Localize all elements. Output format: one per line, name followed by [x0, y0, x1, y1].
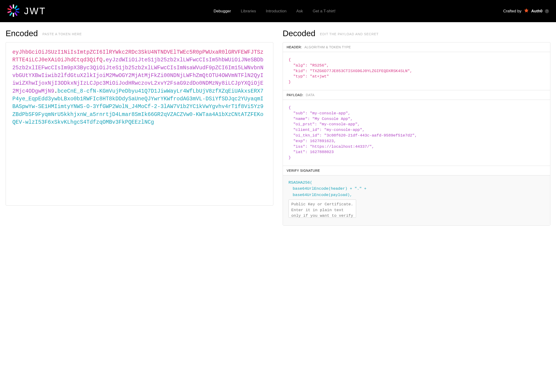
nav-tshirt[interactable]: Get a T-shirt!: [313, 9, 336, 14]
crafted-by: Crafted by Auth0 ?: [503, 8, 549, 14]
main-content: Encoded PASTE A TOKEN HERE eyJhbGciOiJSU…: [0, 22, 556, 226]
svg-rect-1: [14, 5, 17, 9]
payload-section-hint: DATA: [306, 93, 314, 97]
nav-introduction[interactable]: Introduction: [266, 9, 287, 14]
verify-line-1: RSASHA256(: [288, 180, 545, 186]
verify-line-2: base64UrlEncode(header) + "." +: [293, 186, 545, 192]
verify-section-label: VERIFY SIGNATURE: [287, 169, 320, 172]
public-key-input[interactable]: [288, 199, 356, 218]
svg-rect-3: [15, 11, 19, 13]
main-nav: Debugger Libraries Introduction Ask Get …: [46, 9, 503, 14]
encoded-title-text: Encoded: [6, 29, 38, 38]
header-json-body[interactable]: { "alg": "RS256", "kid": "TXZG6D77JE853C…: [283, 52, 550, 90]
help-icon[interactable]: ?: [545, 9, 549, 13]
decoded-subtitle: EDIT THE PAYLOAD AND SECRET: [320, 32, 379, 36]
svg-rect-9: [9, 5, 13, 9]
svg-rect-6: [9, 12, 13, 16]
encoded-subtitle: PASTE A TOKEN HERE: [42, 32, 82, 36]
token-dot-1: .: [102, 57, 106, 63]
header-json-text: { "alg": "RS256", "kid": "TXZG6D77JE853C…: [288, 57, 545, 85]
header-section-hint: ALGORITHM & TOKEN TYPE: [304, 45, 351, 49]
encoded-column: Encoded PASTE A TOKEN HERE eyJhbGciOiJSU…: [6, 29, 273, 226]
svg-rect-8: [8, 8, 11, 10]
verify-section-head: VERIFY SIGNATURE: [283, 166, 550, 175]
svg-rect-0: [13, 4, 14, 8]
pinwheel-icon: [7, 4, 20, 18]
payload-json-body[interactable]: { "sub": "my-console-app", "name": "My C…: [283, 100, 550, 166]
decoded-title-text: Decoded: [283, 29, 315, 38]
verify-signature-body: RSASHA256( base64UrlEncode(header) + "."…: [283, 175, 550, 225]
logo-area: JWT: [7, 4, 46, 18]
payload-json-text: { "sub": "my-console-app", "name": "My C…: [288, 105, 545, 161]
payload-section-label: PAYLOAD:: [287, 93, 303, 97]
svg-rect-4: [14, 12, 17, 16]
svg-rect-2: [15, 8, 19, 10]
header-section-label: HEADER:: [287, 45, 302, 49]
nav-libraries[interactable]: Libraries: [241, 9, 256, 14]
brand-text: JWT: [24, 6, 46, 16]
decoded-box: HEADER: ALGORITHM & TOKEN TYPE { "alg": …: [283, 42, 550, 226]
token-dot-2: .: [54, 88, 57, 94]
decoded-title: Decoded EDIT THE PAYLOAD AND SECRET: [283, 29, 550, 38]
svg-rect-5: [13, 13, 14, 17]
nav-debugger[interactable]: Debugger: [214, 9, 231, 14]
nav-ask[interactable]: Ask: [296, 9, 303, 14]
auth0-name[interactable]: Auth0: [531, 9, 542, 14]
decoded-column: Decoded EDIT THE PAYLOAD AND SECRET HEAD…: [283, 29, 550, 226]
encoded-title: Encoded PASTE A TOKEN HERE: [6, 29, 273, 38]
encoded-token-box[interactable]: eyJhbGciOiJSUzI1NiIsImtpZCI6IlRYWkc2RDc3…: [6, 42, 273, 205]
app-header: JWT Debugger Libraries Introduction Ask …: [0, 0, 556, 22]
header-section-head: HEADER: ALGORITHM & TOKEN TYPE: [283, 42, 550, 52]
svg-rect-7: [8, 11, 11, 13]
crafted-by-label: Crafted by: [503, 9, 521, 14]
verify-line-3: base64UrlEncode(payload),: [293, 192, 545, 198]
payload-section-head: PAYLOAD: DATA: [283, 90, 550, 100]
auth0-icon: [524, 8, 529, 14]
